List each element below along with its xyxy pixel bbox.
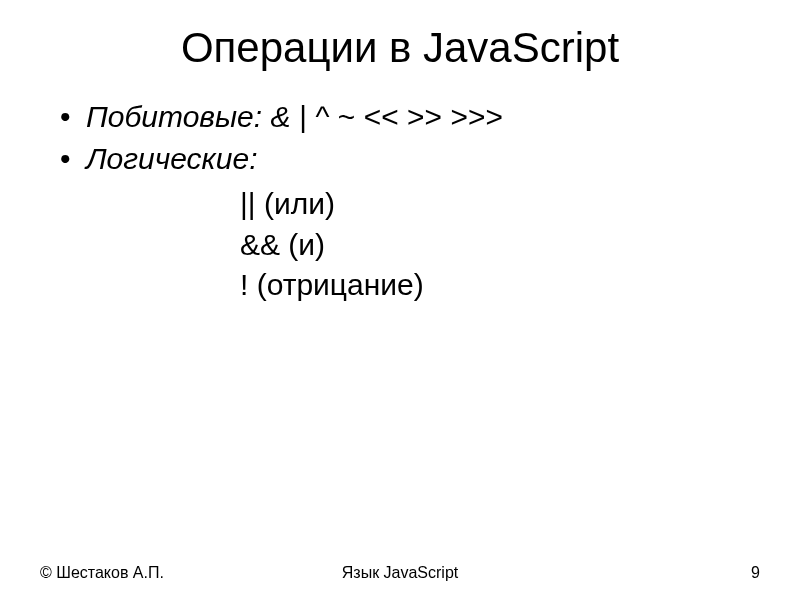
slide-title: Операции в JavaScript — [40, 24, 760, 72]
footer: © Шестаков А.П. Язык JavaScript 9 — [0, 564, 800, 582]
slide: Операции в JavaScript Побитовые: & | ^ ~… — [0, 0, 800, 600]
footer-subject: Язык JavaScript — [0, 564, 800, 582]
sub-and: && (и) — [240, 225, 760, 266]
bullet-list: Побитовые: & | ^ ~ << >> >>> Логические: — [60, 100, 760, 176]
sub-or: || (или) — [240, 184, 760, 225]
bullet-logical: Логические: — [60, 142, 760, 176]
bullet-bitwise: Побитовые: & | ^ ~ << >> >>> — [60, 100, 760, 134]
sub-not: ! (отрицание) — [240, 265, 760, 306]
